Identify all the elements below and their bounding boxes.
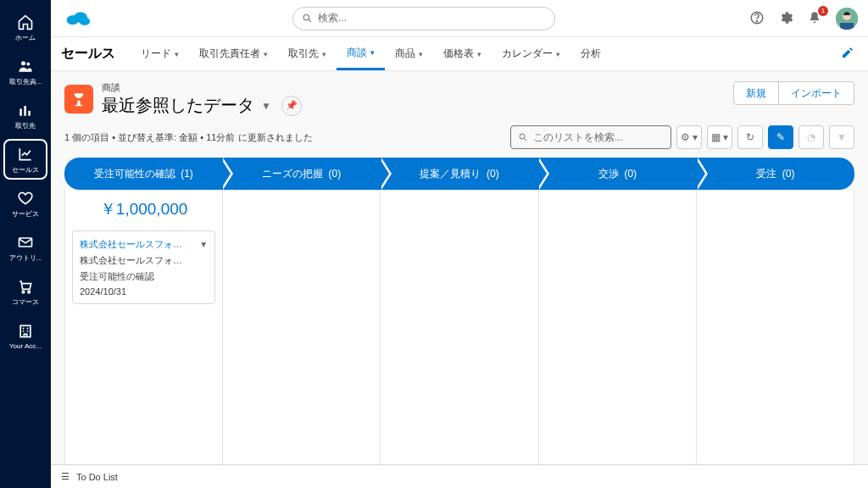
global-search[interactable]: 検索... (292, 7, 555, 30)
pin-icon[interactable]: 📌 (281, 96, 302, 116)
svg-point-1 (26, 62, 30, 65)
chevron-down-icon: ▾ (175, 50, 179, 58)
chevron-down-icon: ▾ (370, 48, 375, 57)
card-name-link[interactable]: 株式会社セールスフォース... (80, 238, 190, 251)
kanban-column (381, 190, 538, 464)
kanban-column (697, 190, 854, 464)
app-name: セールス (61, 37, 131, 70)
search-placeholder: 検索... (318, 11, 347, 25)
setup-gear-icon[interactable] (778, 10, 795, 27)
search-icon (302, 13, 313, 24)
chevron-down-icon: ▾ (322, 50, 326, 58)
nav-products[interactable]: 商品▾ (385, 37, 433, 70)
kanban-column (223, 190, 381, 464)
notification-badge: 1 (818, 6, 828, 16)
sidebar-item-accounts[interactable]: 取引先 (3, 95, 47, 136)
nav-analytics[interactable]: 分析 (570, 37, 611, 70)
sidebar-item-contacts[interactable]: 取引先責... (3, 51, 47, 92)
chevron-down-icon: ▾ (556, 50, 560, 58)
kanban-column (539, 190, 697, 464)
sidebar-label: Your Acc... (9, 342, 42, 350)
svg-rect-4 (28, 110, 31, 115)
svg-point-11 (80, 17, 91, 25)
list-settings-gear-icon[interactable]: ⚙ ▾ (676, 125, 702, 149)
todo-list-button[interactable]: To Do List (76, 472, 118, 482)
svg-rect-17 (840, 23, 854, 30)
nav-accounts[interactable]: 取引先▾ (278, 37, 337, 70)
svg-point-0 (21, 61, 25, 65)
refresh-icon[interactable]: ↻ (737, 125, 763, 149)
search-icon (518, 132, 528, 142)
stage-proposal[interactable]: 提案／見積り (0) (381, 158, 538, 190)
svg-rect-2 (19, 108, 22, 115)
sidebar-item-service[interactable]: サービス (3, 183, 47, 224)
chevron-down-icon: ▾ (477, 50, 481, 58)
import-button[interactable]: インポート (779, 81, 854, 105)
nav-calendar[interactable]: カレンダー▾ (492, 37, 570, 70)
utility-bar: ☰ To Do List (51, 464, 868, 488)
card-account-link[interactable]: 株式会社セールスフォース・ジャ... (80, 254, 190, 267)
user-avatar[interactable] (836, 8, 858, 30)
sidebar-label: サービス (12, 209, 39, 219)
home-icon (16, 13, 35, 31)
card-menu-icon[interactable]: ▼ (199, 240, 208, 249)
sidebar-item-home[interactable]: ホーム (3, 7, 47, 47)
list-icon: ☰ (61, 471, 70, 482)
notifications-bell-icon[interactable]: 1 (807, 10, 824, 27)
column-amount: ￥1,000,000 (72, 198, 215, 220)
sidebar-item-sales[interactable]: セールス (3, 139, 47, 180)
sidebar-item-commerce[interactable]: コマース (3, 271, 47, 312)
chart-toggle-icon[interactable]: ◔ (798, 125, 824, 149)
sidebar-label: セールス (12, 165, 39, 175)
filter-icon[interactable]: ▼ (829, 125, 854, 149)
stage-needs[interactable]: ニーズの把握 (0) (222, 158, 380, 190)
list-dropdown-icon[interactable]: ▼ (261, 100, 271, 112)
sidebar-label: コマース (12, 297, 39, 307)
kanban-stages: 受注可能性の確認 (1) ニーズの把握 (0) 提案／見積り (0) 交渉 (0… (64, 158, 854, 190)
help-icon[interactable] (749, 10, 766, 27)
svg-rect-8 (20, 325, 31, 336)
svg-point-6 (22, 291, 25, 293)
stage-closed[interactable]: 受注 (0) (697, 158, 854, 190)
svg-point-12 (303, 14, 309, 20)
chevron-down-icon: ▾ (264, 50, 268, 58)
chevron-down-icon: ▾ (419, 50, 423, 58)
object-nav: セールス リード▾ 取引先責任者▾ 取引先▾ 商談▾ 商品▾ 価格表▾ カレンダ… (51, 37, 868, 71)
opportunity-icon (64, 85, 93, 114)
svg-point-18 (520, 134, 525, 139)
list-search-input[interactable]: このリストを検索... (510, 125, 671, 149)
card-date: 2024/10/31 (80, 286, 208, 297)
stage-qualification[interactable]: 受注可能性の確認 (1) (64, 158, 222, 190)
sidebar-label: 取引先 (15, 121, 36, 130)
global-header: 検索... 1 (51, 0, 868, 37)
svg-rect-3 (24, 106, 26, 116)
nav-contacts[interactable]: 取引先責任者▾ (189, 37, 278, 70)
card-stage: 受注可能性の確認 (80, 270, 208, 283)
sidebar-item-outreach[interactable]: アウトリ... (3, 227, 47, 268)
inline-edit-icon[interactable]: ✎ (768, 125, 793, 149)
nav-leads[interactable]: リード▾ (131, 37, 189, 70)
object-label: 商談 (102, 81, 302, 94)
bars-icon (16, 101, 35, 119)
stage-negotiation[interactable]: 交渉 (0) (538, 158, 696, 190)
mail-icon (16, 233, 35, 252)
nav-pricebooks[interactable]: 価格表▾ (433, 37, 492, 70)
people-icon (16, 57, 35, 75)
svg-point-14 (756, 20, 757, 21)
edit-pencil-icon[interactable] (841, 46, 854, 59)
sidebar-item-account[interactable]: Your Acc... (3, 315, 47, 356)
heart-icon (16, 189, 35, 208)
display-as-icon[interactable]: ▦ ▾ (707, 125, 732, 149)
nav-opportunities[interactable]: 商談▾ (337, 37, 385, 70)
chart-icon (16, 145, 35, 164)
list-view-name[interactable]: 最近参照したデータ (102, 94, 254, 117)
sidebar-label: ホーム (15, 33, 36, 42)
list-meta: 1 個の項目 • 並び替え基準: 金額 • 11分前 に更新されました (64, 131, 313, 144)
svg-point-7 (28, 291, 31, 293)
app-sidebar: ホーム 取引先責... 取引先 セールス サービス アウトリ... コマース (0, 0, 51, 488)
sidebar-label: アウトリ... (9, 253, 42, 263)
new-button[interactable]: 新規 (733, 81, 779, 105)
opportunity-card[interactable]: 株式会社セールスフォース... ▼ 株式会社セールスフォース・ジャ... 受注可… (72, 230, 215, 304)
cart-icon (16, 277, 35, 296)
kanban-column: ￥1,000,000 株式会社セールスフォース... ▼ 株式会社セールスフォー… (65, 190, 223, 464)
